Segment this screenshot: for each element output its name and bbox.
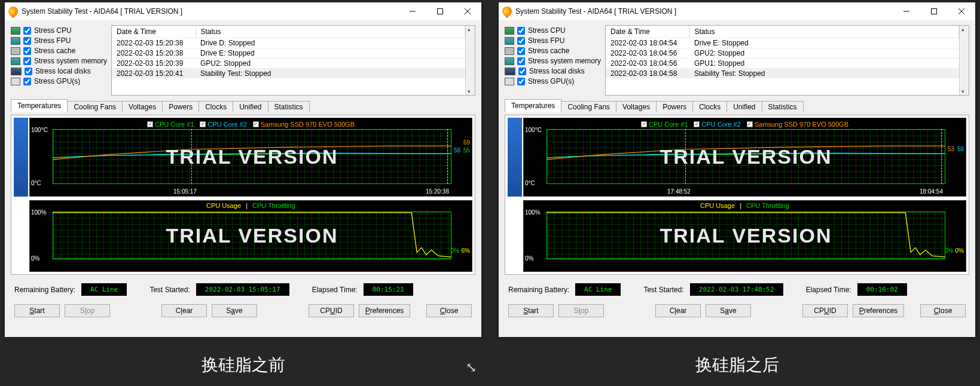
tab-cooling-fans[interactable]: Cooling Fans [67, 101, 123, 112]
preferences-button[interactable]: Preferences [359, 304, 410, 317]
button-bar: Start Stop Clear Save CPUID Preferences … [11, 301, 475, 321]
stress-label: Stress cache [528, 47, 569, 55]
log-header-datetime[interactable]: Date & Time [606, 26, 689, 38]
cpuid-button[interactable]: CPUID [802, 304, 848, 317]
tab-statistics[interactable]: Statistics [268, 101, 310, 112]
legend-item[interactable]: ✓Samsung SSD 970 EVO 500GB [747, 121, 848, 128]
tab-clocks[interactable]: Clocks [692, 101, 727, 112]
stress-cache-checkbox[interactable] [23, 47, 31, 55]
stress-gpu-checkbox[interactable] [23, 78, 31, 85]
log-row[interactable]: 2022-02-03 15:20:38Drive E: Stopped [112, 48, 465, 59]
sensor-list[interactable] [508, 118, 522, 197]
current-value: 0% [945, 247, 953, 254]
log-row[interactable]: 2022-02-03 18:04:56GPU1: Stopped [606, 59, 959, 69]
log-row[interactable]: 2022-02-03 15:20:41Stability Test: Stopp… [112, 69, 465, 79]
legend-checkbox-icon[interactable]: ✓ [694, 121, 700, 127]
current-value: 0% [955, 247, 964, 254]
stress-label: Stress FPU [34, 36, 71, 45]
save-button[interactable]: Save [212, 304, 257, 317]
maximize-button[interactable] [426, 2, 454, 20]
titlebar[interactable]: System Stability Test - AIDA64 [ TRIAL V… [499, 2, 975, 20]
y-axis-bottom: 0% [31, 255, 39, 262]
time-marker [447, 129, 448, 184]
scrollbar[interactable] [959, 26, 969, 95]
log-row[interactable]: 2022-02-03 15:20:39GPU2: Stopped [112, 59, 465, 69]
start-button[interactable]: Start [14, 304, 60, 317]
status-bar: Remaining Battery: AC Line Test Started:… [505, 278, 969, 297]
stress-disk-checkbox[interactable] [25, 68, 32, 75]
test-started-value: 2022-02-03 17:48:52 [690, 283, 783, 296]
close-window-button[interactable] [948, 2, 975, 20]
stress-fpu-checkbox[interactable] [517, 37, 525, 45]
x-axis-end: 18:04:54 [920, 188, 943, 195]
legend-item[interactable]: ✓CPU Core #1 [641, 121, 688, 128]
legend-checkbox-icon[interactable]: ✓ [200, 121, 206, 127]
stress-fpu-checkbox[interactable] [23, 37, 31, 45]
tab-cooling-fans[interactable]: Cooling Fans [561, 101, 616, 112]
stress-cpu-checkbox[interactable] [23, 27, 31, 35]
stress-label: Stress local disks [35, 67, 91, 75]
minimize-button[interactable] [893, 2, 920, 20]
stress-gpu-checkbox[interactable] [517, 78, 525, 85]
start-button[interactable]: Start [508, 304, 554, 317]
minimize-button[interactable] [399, 2, 426, 20]
legend-item[interactable]: ✓Samsung SSD 970 EVO 500GB [253, 121, 355, 128]
stop-button[interactable]: Stop [558, 304, 604, 317]
window: System Stability Test - AIDA64 [ TRIAL V… [499, 2, 975, 337]
save-button[interactable]: Save [706, 304, 751, 317]
close-button[interactable]: Close [426, 304, 472, 317]
legend-item[interactable]: ✓CPU Core #2 [200, 121, 246, 128]
temperature-chart: ✓CPU Core #1✓CPU Core #2✓Samsung SSD 970… [523, 118, 966, 197]
test-started-label: Test Started: [643, 286, 683, 294]
stress-label: Stress GPU(s) [528, 77, 574, 85]
legend-item[interactable]: ✓CPU Core #2 [694, 121, 740, 128]
log-header-status[interactable]: Status [196, 26, 465, 38]
stress-mem-checkbox[interactable] [517, 57, 525, 65]
tab-clocks[interactable]: Clocks [199, 101, 233, 112]
current-value: 6% [462, 247, 470, 254]
tab-temperatures[interactable]: Temperatures [11, 99, 68, 112]
tab-unified[interactable]: Unified [233, 101, 268, 112]
tab-statistics[interactable]: Statistics [762, 101, 804, 112]
log-row[interactable]: 2022-02-03 15:20:38Drive D: Stopped [112, 38, 465, 48]
log-header-status[interactable]: Status [689, 26, 959, 38]
log-row[interactable]: 2022-02-03 18:04:56GPU2: Stopped [606, 48, 959, 59]
gpu-icon [11, 78, 20, 85]
tab-powers[interactable]: Powers [656, 101, 693, 112]
log-row[interactable]: 2022-02-03 18:04:54Drive E: Stopped [606, 38, 959, 48]
tab-voltages[interactable]: Voltages [616, 101, 657, 112]
legend-checkbox-icon[interactable]: ✓ [747, 121, 753, 127]
stress-item-gpu: Stress GPU(s) [505, 77, 602, 85]
scrollbar[interactable] [465, 26, 475, 95]
cpuid-button[interactable]: CPUID [309, 304, 354, 317]
expand-icon[interactable]: ⤢ [463, 362, 479, 373]
stress-cpu-checkbox[interactable] [517, 27, 525, 35]
stress-cache-checkbox[interactable] [517, 47, 525, 55]
legend-checkbox-icon[interactable]: ✓ [147, 121, 153, 127]
legend-item[interactable]: ✓CPU Core #1 [147, 121, 194, 128]
tab-temperatures[interactable]: Temperatures [505, 99, 561, 112]
clear-button[interactable]: Clear [161, 304, 207, 317]
close-window-button[interactable] [454, 2, 481, 20]
legend-checkbox-icon[interactable]: ✓ [641, 121, 647, 127]
titlebar[interactable]: System Stability Test - AIDA64 [ TRIAL V… [5, 2, 481, 20]
clear-button[interactable]: Clear [655, 304, 701, 317]
maximize-button[interactable] [920, 2, 948, 20]
log-header-datetime[interactable]: Date & Time [112, 26, 196, 38]
cpu-icon [505, 27, 514, 35]
preferences-button[interactable]: Preferences [853, 304, 904, 317]
tab-powers[interactable]: Powers [162, 101, 199, 112]
close-button[interactable]: Close [920, 304, 966, 317]
cache-icon [11, 47, 20, 55]
stress-label: Stress cache [34, 47, 75, 55]
tab-voltages[interactable]: Voltages [122, 101, 163, 112]
legend-checkbox-icon[interactable]: ✓ [253, 121, 259, 127]
stress-disk-checkbox[interactable] [518, 68, 526, 75]
stop-button[interactable]: Stop [65, 304, 110, 317]
svg-rect-1 [438, 9, 443, 14]
sensor-list[interactable] [14, 118, 28, 197]
stress-mem-checkbox[interactable] [23, 57, 31, 65]
tab-unified[interactable]: Unified [726, 101, 762, 112]
disk-icon [11, 68, 22, 75]
log-row[interactable]: 2022-02-03 18:04:58Stability Test: Stopp… [606, 69, 959, 79]
